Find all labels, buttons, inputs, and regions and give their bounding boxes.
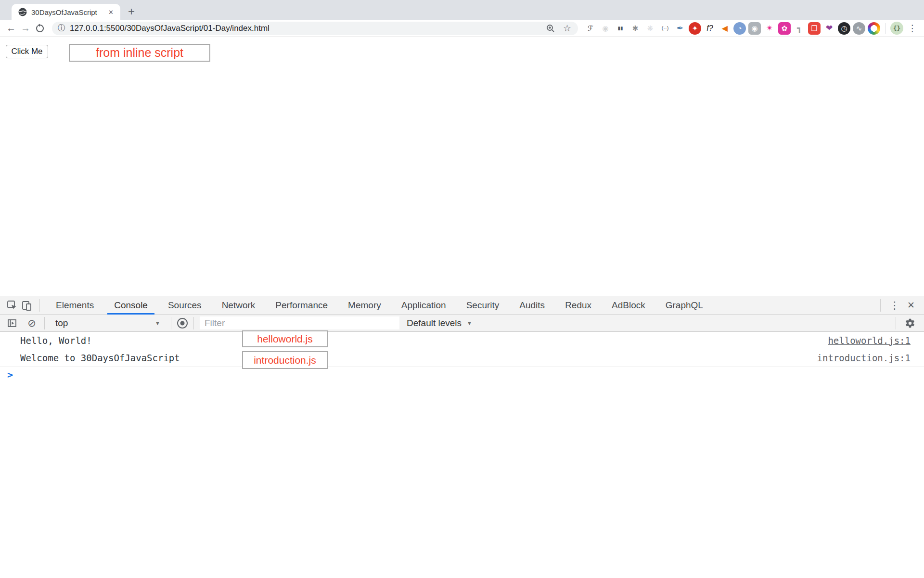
click-me-button[interactable]: Click Me bbox=[6, 45, 48, 58]
devtools-separator bbox=[39, 299, 40, 312]
fontface-script-f-icon[interactable]: ℱ bbox=[584, 22, 597, 35]
devtools-tab-bar: ElementsConsoleSourcesNetworkPerformance… bbox=[0, 296, 924, 315]
camera-icon[interactable]: ◉ bbox=[748, 22, 761, 35]
console-source-link[interactable]: helloworld.js:1 bbox=[828, 335, 911, 346]
clear-console-icon[interactable]: ⊘ bbox=[25, 317, 38, 329]
devtools-tab-elements[interactable]: Elements bbox=[46, 296, 104, 315]
inline-script-text: from inline script bbox=[96, 46, 183, 60]
tab-strip: 30DaysOfJavaScript ✕ + bbox=[0, 0, 924, 20]
console-toolbar: ⊘ top ▼ Default levels ▼ bbox=[0, 315, 924, 332]
new-tab-button[interactable]: + bbox=[124, 4, 139, 19]
devtools-tab-memory[interactable]: Memory bbox=[338, 296, 391, 315]
purple-heart-search-icon[interactable]: ❤ bbox=[823, 22, 835, 35]
tab-close-icon[interactable]: ✕ bbox=[106, 8, 116, 17]
stop-hand-icon[interactable]: ✦ bbox=[689, 22, 701, 35]
log-levels-dropdown[interactable]: Default levels ▼ bbox=[407, 318, 472, 328]
devtools-tab-audits[interactable]: Audits bbox=[509, 296, 555, 315]
caret-down-icon: ▼ bbox=[467, 320, 472, 326]
devtools-separator bbox=[171, 317, 171, 329]
inspect-element-icon[interactable] bbox=[5, 298, 19, 313]
browser-tab[interactable]: 30DaysOfJavaScript ✕ bbox=[12, 4, 120, 20]
devtools-settings-gear-icon[interactable] bbox=[903, 316, 917, 330]
devtools-panel: ElementsConsoleSourcesNetworkPerformance… bbox=[0, 296, 924, 578]
devtools-tab-performance[interactable]: Performance bbox=[265, 296, 338, 315]
devtools-tab-adblock[interactable]: AdBlock bbox=[602, 296, 655, 315]
console-sidebar-icon[interactable] bbox=[5, 316, 19, 330]
devtools-tab-graphql[interactable]: GraphQL bbox=[655, 296, 713, 315]
dimmed-circle-icon[interactable]: ◉ bbox=[599, 22, 612, 35]
swirl-circle-icon[interactable]: ◔ bbox=[733, 22, 746, 35]
faded-flower-icon[interactable]: ❋ bbox=[644, 22, 656, 35]
forward-icon[interactable]: → bbox=[18, 21, 33, 36]
devtools-tab-console[interactable]: Console bbox=[104, 296, 158, 315]
console-message-text: Hello, World! bbox=[20, 335, 92, 346]
devtools-tab-redux[interactable]: Redux bbox=[555, 296, 602, 315]
bookmark-star-icon[interactable]: ☆ bbox=[563, 23, 571, 34]
back-icon[interactable]: ← bbox=[4, 21, 18, 36]
console-prompt-row[interactable]: > bbox=[0, 367, 924, 383]
devtools-tab-security[interactable]: Security bbox=[456, 296, 510, 315]
url-text: 127.0.0.1:5500/30DaysOfJavaScript/01-Day… bbox=[70, 24, 546, 33]
console-source-link[interactable]: introduction.js:1 bbox=[817, 353, 911, 363]
annotation-box-helloworld: helloworld.js bbox=[242, 330, 328, 347]
gray-pipe-icon[interactable]: ┓ bbox=[793, 22, 806, 35]
browser-window: 30DaysOfJavaScript ✕ + ← → ⓘ 127.0.0.1:5… bbox=[0, 0, 924, 578]
site-info-icon[interactable]: ⓘ bbox=[58, 23, 65, 33]
console-message-row: Welcome to 30DaysOfJavaScriptintroductio… bbox=[0, 349, 924, 367]
devtools-separator bbox=[880, 299, 881, 312]
console-message-row: Hello, World!helloworld.js:1 bbox=[0, 332, 924, 349]
device-toolbar-icon[interactable] bbox=[19, 298, 34, 313]
context-selector[interactable]: top ▼ bbox=[51, 318, 165, 328]
page-content: Click Me from inline script bbox=[0, 37, 924, 296]
devtools-tab-network[interactable]: Network bbox=[212, 296, 266, 315]
color-ring-icon[interactable] bbox=[868, 22, 880, 35]
devtools-close-icon[interactable]: ✕ bbox=[903, 300, 919, 311]
pink-atom-icon[interactable]: ✴ bbox=[763, 22, 776, 35]
annotation-box-introduction: introduction.js bbox=[242, 351, 328, 369]
devtools-tabs: ElementsConsoleSourcesNetworkPerformance… bbox=[46, 296, 713, 315]
caret-down-icon: ▼ bbox=[155, 320, 160, 326]
devtools-tab-sources[interactable]: Sources bbox=[158, 296, 212, 315]
devtools-menu-icon[interactable]: ⋮ bbox=[887, 300, 902, 311]
inline-script-box: from inline script bbox=[69, 44, 210, 62]
profile-avatar[interactable]: {} bbox=[890, 22, 903, 35]
bug-icon[interactable]: ✱ bbox=[629, 22, 642, 35]
zoom-icon[interactable] bbox=[546, 24, 555, 33]
devtools-separator bbox=[44, 317, 45, 329]
context-selected-value: top bbox=[55, 318, 68, 328]
paren-dots-icon[interactable]: (··) bbox=[659, 22, 671, 35]
tab-title: 30DaysOfJavaScript bbox=[31, 8, 106, 16]
devtools-separator bbox=[193, 317, 194, 329]
devtools-separator bbox=[896, 317, 896, 329]
eyedropper-icon[interactable]: ✒ bbox=[674, 22, 686, 35]
red-bookmark-icon[interactable]: ❒ bbox=[808, 22, 821, 35]
live-expression-eye-icon[interactable] bbox=[177, 318, 188, 328]
reload-icon[interactable] bbox=[33, 21, 47, 36]
gray-wave-icon[interactable]: ∿ bbox=[853, 22, 865, 35]
console-messages: Hello, World!helloworld.js:1Welcome to 3… bbox=[0, 332, 924, 367]
devtools-tab-application[interactable]: Application bbox=[391, 296, 456, 315]
address-bar[interactable]: ⓘ 127.0.0.1:5500/30DaysOfJavaScript/01-D… bbox=[52, 22, 578, 35]
pause-bars-icon[interactable]: ▮▮ bbox=[614, 22, 627, 35]
megaphone-icon[interactable]: ◀ bbox=[719, 22, 731, 35]
filter-input[interactable] bbox=[200, 316, 399, 329]
extension-icons: ℱ◉▮▮✱❋(··)✒✦f?◀◔◉✴✿┓❒❤◷∿ bbox=[584, 22, 880, 35]
dark-clock-icon[interactable]: ◷ bbox=[838, 22, 850, 35]
pink-gear-square-icon[interactable]: ✿ bbox=[778, 22, 791, 35]
f-question-icon[interactable]: f? bbox=[704, 22, 716, 35]
site-favicon-icon bbox=[18, 8, 27, 16]
console-output: Hello, World!helloworld.js:1Welcome to 3… bbox=[0, 332, 924, 383]
console-prompt-chevron: > bbox=[7, 369, 13, 381]
toolbar-separator bbox=[886, 23, 886, 34]
browser-toolbar: ← → ⓘ 127.0.0.1:5500/30DaysOfJavaScript/… bbox=[0, 20, 924, 37]
browser-menu-icon[interactable]: ⋮ bbox=[906, 23, 919, 34]
log-levels-label: Default levels bbox=[407, 318, 462, 328]
console-message-text: Welcome to 30DaysOfJavaScript bbox=[20, 353, 180, 363]
